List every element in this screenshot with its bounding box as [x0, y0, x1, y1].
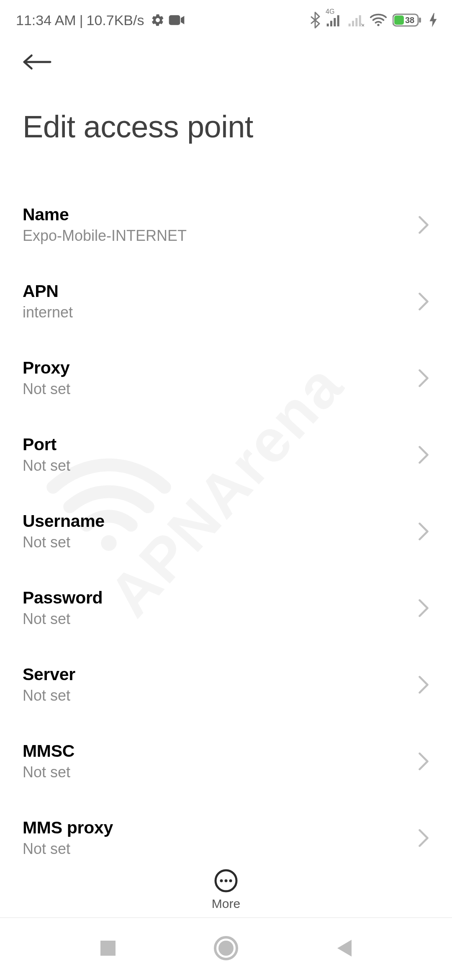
- setting-row-apn[interactable]: APN internet: [0, 263, 452, 340]
- settings-list: Name Expo-Mobile-INTERNET APN internet P…: [0, 144, 452, 876]
- setting-title: APN: [23, 281, 73, 301]
- setting-value: Expo-Mobile-INTERNET: [23, 227, 187, 245]
- svg-rect-4: [334, 18, 336, 26]
- signal-1-icon: 4G: [326, 14, 342, 26]
- setting-value: Not set: [23, 840, 113, 858]
- svg-point-17: [224, 879, 227, 882]
- setting-value: Not set: [23, 534, 105, 551]
- status-left: 11:34 AM | 10.7KB/s: [16, 12, 185, 28]
- status-right: 4G ✕ 38: [310, 12, 437, 28]
- page-title: Edit access point: [0, 71, 452, 144]
- svg-point-16: [220, 879, 223, 882]
- setting-value: Not set: [23, 380, 70, 398]
- circle-icon: [214, 936, 238, 960]
- signal-2-icon: ✕: [348, 14, 364, 26]
- svg-rect-1: [169, 15, 180, 25]
- setting-row-proxy[interactable]: Proxy Not set: [0, 340, 452, 416]
- more-label: More: [212, 897, 240, 911]
- setting-row-password[interactable]: Password Not set: [0, 570, 452, 646]
- svg-point-21: [218, 941, 234, 956]
- svg-rect-6: [349, 23, 351, 26]
- setting-value: Not set: [23, 763, 74, 781]
- more-button[interactable]: More: [212, 869, 240, 911]
- navigation-bar: [0, 917, 452, 980]
- more-icon: [214, 869, 238, 892]
- chevron-right-icon: [418, 676, 429, 694]
- svg-rect-5: [337, 15, 339, 26]
- square-icon: [99, 939, 117, 957]
- status-separator: |: [80, 12, 83, 28]
- chevron-right-icon: [418, 446, 429, 464]
- chevron-right-icon: [418, 292, 429, 311]
- setting-title: Server: [23, 665, 75, 684]
- videocam-icon: [168, 14, 185, 26]
- svg-rect-8: [355, 18, 357, 26]
- setting-title: Name: [23, 205, 187, 224]
- gear-icon: [151, 13, 165, 27]
- setting-row-port[interactable]: Port Not set: [0, 416, 452, 493]
- battery-text: 38: [405, 15, 414, 25]
- nav-recents-button[interactable]: [99, 939, 117, 959]
- chevron-right-icon: [418, 216, 429, 234]
- nav-home-button[interactable]: [214, 936, 238, 962]
- setting-value: Not set: [23, 457, 70, 475]
- setting-row-username[interactable]: Username Not set: [0, 493, 452, 570]
- chevron-right-icon: [418, 369, 429, 387]
- chevron-right-icon: [418, 829, 429, 847]
- bottom-action-bar: More: [0, 864, 452, 911]
- nav-back-button[interactable]: [335, 938, 353, 960]
- svg-rect-19: [100, 941, 116, 956]
- svg-rect-7: [352, 21, 354, 26]
- chevron-right-icon: [418, 599, 429, 617]
- triangle-left-icon: [335, 938, 353, 958]
- app-bar: [0, 33, 452, 71]
- svg-rect-14: [419, 18, 421, 23]
- svg-rect-2: [327, 23, 329, 26]
- back-button[interactable]: [23, 53, 52, 71]
- status-network-speed: 10.7KB/s: [87, 12, 144, 28]
- svg-rect-3: [330, 21, 332, 26]
- setting-row-mmsc[interactable]: MMSC Not set: [0, 723, 452, 799]
- setting-title: Password: [23, 588, 103, 608]
- svg-rect-13: [394, 15, 404, 25]
- setting-title: Username: [23, 511, 105, 531]
- svg-text:✕: ✕: [360, 22, 364, 26]
- status-bar: 11:34 AM | 10.7KB/s 4G ✕ 38: [0, 0, 452, 33]
- setting-value: Not set: [23, 610, 103, 628]
- setting-title: Port: [23, 435, 70, 454]
- setting-value: Not set: [23, 687, 75, 704]
- setting-title: MMSC: [23, 741, 74, 761]
- charging-icon: [429, 13, 437, 27]
- setting-value: internet: [23, 304, 73, 321]
- svg-point-11: [377, 24, 379, 26]
- setting-title: MMS proxy: [23, 818, 113, 838]
- setting-title: Proxy: [23, 358, 70, 378]
- setting-row-server[interactable]: Server Not set: [0, 646, 452, 723]
- setting-row-name[interactable]: Name Expo-Mobile-INTERNET: [0, 186, 452, 263]
- svg-point-18: [229, 879, 232, 882]
- chevron-right-icon: [418, 752, 429, 771]
- back-arrow-icon: [23, 54, 52, 70]
- bluetooth-icon: [310, 12, 321, 28]
- chevron-right-icon: [418, 522, 429, 541]
- battery-icon: 38: [393, 13, 424, 27]
- status-time: 11:34 AM: [16, 12, 76, 28]
- wifi-icon: [370, 13, 387, 27]
